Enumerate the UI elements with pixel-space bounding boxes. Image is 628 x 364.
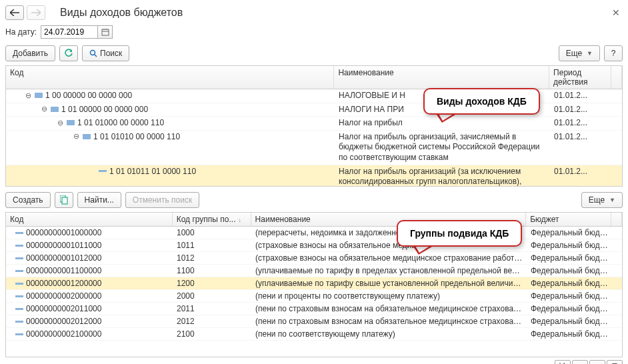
table-row[interactable]: 000000000011000001100(уплачиваемые по та… bbox=[6, 265, 622, 277]
row-period: 01.01.2... bbox=[550, 103, 612, 115]
svg-rect-0 bbox=[102, 29, 109, 35]
row-budget: Федеральный бюджет bbox=[527, 290, 612, 302]
row-name: (уплачиваемые по тарифу свыше установлен… bbox=[251, 277, 527, 289]
table-row[interactable]: 000000000010000001000(перерасчеты, недои… bbox=[6, 227, 622, 239]
help-button[interactable]: ? bbox=[604, 45, 623, 61]
find-button[interactable]: Найти... bbox=[77, 192, 121, 208]
top-grid: Код Наименование Период действия ⊖1 00 0… bbox=[5, 65, 623, 187]
more-button-top[interactable]: Еще▼ bbox=[559, 45, 600, 61]
table-row[interactable]: 000000000021000002100(пени по соответств… bbox=[6, 328, 622, 341]
row-group: 2100 bbox=[173, 328, 251, 340]
table-row[interactable]: 000000000010110001011(страховые взносы н… bbox=[6, 239, 622, 252]
row-code: 1 01 01011 01 0000 110 bbox=[109, 167, 196, 176]
folder-icon bbox=[83, 134, 91, 139]
tree-toggle-icon[interactable]: ⊖ bbox=[25, 92, 32, 99]
row-name: (пени и проценты по соответствующему пла… bbox=[251, 290, 527, 302]
row-name: (пени по страховым взносам на обязательн… bbox=[251, 303, 527, 315]
row-group: 1012 bbox=[173, 252, 251, 264]
row-name: (пени по соответствующему платежу) bbox=[251, 328, 527, 340]
row-code: 00000000001100000 bbox=[26, 266, 101, 275]
row-code: 00000000002012000 bbox=[26, 317, 101, 326]
more-button-bottom[interactable]: Еще▼ bbox=[581, 192, 623, 208]
table-row[interactable]: 000000000010120001012(страховые взносы н… bbox=[6, 252, 622, 265]
row-group: 1000 bbox=[173, 227, 251, 239]
tree-row[interactable]: ⊖1 01 01010 00 0000 110Налог на прибыль … bbox=[6, 131, 622, 165]
folder-icon bbox=[67, 120, 75, 125]
file-icon bbox=[15, 321, 23, 323]
refresh-button[interactable] bbox=[59, 45, 78, 61]
row-code: 1 01 01010 00 0000 110 bbox=[93, 132, 180, 141]
col-name[interactable]: Наименование bbox=[334, 66, 549, 89]
last-row-button[interactable] bbox=[607, 360, 623, 364]
tree-row[interactable]: ⊖1 01 01000 00 0000 110Налог на прибыл01… bbox=[6, 117, 622, 131]
table-row[interactable]: 000000000020000002000(пени и проценты по… bbox=[6, 290, 622, 303]
row-code: 1 01 01000 00 0000 110 bbox=[77, 118, 164, 127]
col-budget[interactable]: Бюджет bbox=[526, 213, 611, 226]
row-code: 00000000001200000 bbox=[26, 279, 101, 288]
date-label: На дату: bbox=[5, 27, 37, 37]
add-button[interactable]: Добавить bbox=[5, 45, 55, 61]
tree-toggle-icon[interactable]: ⊖ bbox=[57, 119, 64, 127]
nav-back-button[interactable] bbox=[5, 5, 24, 20]
svg-line-5 bbox=[95, 55, 97, 57]
nav-forward-button bbox=[27, 5, 45, 20]
bottom-grid: Код Код группы по...↓ Наименование Бюдже… bbox=[5, 212, 623, 357]
row-code: 00000000001011000 bbox=[26, 241, 101, 250]
close-icon[interactable]: ✕ bbox=[609, 7, 623, 18]
row-group: 2000 bbox=[173, 290, 251, 302]
scrollbar-header bbox=[611, 66, 622, 89]
row-name: Налог на прибыль организаций (за исключе… bbox=[335, 165, 550, 186]
scrollbar-header-b bbox=[611, 213, 622, 226]
svg-point-4 bbox=[91, 51, 95, 55]
create-button[interactable]: Создать bbox=[5, 192, 51, 208]
cancel-search-button: Отменить поиск bbox=[125, 192, 199, 208]
prev-row-button[interactable] bbox=[572, 360, 588, 364]
first-row-button[interactable] bbox=[555, 360, 571, 364]
table-row[interactable]: 000000000020110002011(пени по страховым … bbox=[6, 303, 622, 315]
callout-types: Виды доходов КДБ bbox=[423, 88, 540, 115]
tree-row[interactable]: 1 01 01011 01 0000 110Налог на прибыль о… bbox=[6, 165, 622, 186]
tree-toggle-icon[interactable]: ⊖ bbox=[73, 133, 80, 140]
callout-tail-icon bbox=[437, 115, 455, 123]
file-icon bbox=[15, 232, 23, 234]
row-code: 00000000002000000 bbox=[26, 291, 101, 301]
row-code: 00000000002100000 bbox=[26, 329, 101, 339]
tree-toggle-icon[interactable]: ⊖ bbox=[41, 105, 48, 113]
col-code[interactable]: Код bbox=[6, 66, 334, 89]
next-row-button[interactable] bbox=[589, 360, 605, 364]
row-code: 1 00 00000 00 0000 000 bbox=[45, 91, 132, 100]
file-icon bbox=[99, 170, 107, 172]
col-code-b[interactable]: Код bbox=[6, 213, 173, 226]
row-name: Налог на прибыль организаций, зачисляемы… bbox=[335, 131, 550, 165]
folder-icon bbox=[51, 107, 59, 112]
file-icon bbox=[15, 333, 23, 335]
svg-rect-7 bbox=[62, 197, 67, 204]
search-button[interactable]: Поиск bbox=[82, 45, 129, 61]
file-icon bbox=[15, 308, 23, 310]
row-period: 01.01.2... bbox=[550, 89, 612, 101]
row-budget: Федеральный бюджет bbox=[527, 265, 612, 277]
row-period: 01.01.2... bbox=[550, 131, 612, 143]
col-group[interactable]: Код группы по...↓ bbox=[173, 213, 251, 226]
table-row[interactable]: 000000000012000001200(уплачиваемые по та… bbox=[6, 277, 622, 290]
file-icon bbox=[15, 283, 23, 285]
callout-groups: Группы подвида КДБ bbox=[397, 220, 522, 247]
folder-icon bbox=[35, 93, 43, 98]
row-period: 01.01.2... bbox=[550, 165, 612, 177]
col-period[interactable]: Период действия bbox=[549, 66, 611, 89]
row-group: 2012 bbox=[173, 315, 251, 327]
date-input[interactable] bbox=[41, 25, 98, 39]
row-group: 1100 bbox=[173, 265, 251, 277]
file-icon bbox=[15, 245, 23, 247]
page-title: Виды доходов бюджетов bbox=[60, 7, 607, 19]
copy-button[interactable] bbox=[55, 192, 73, 208]
table-row[interactable]: 000000000020120002012(пени по страховым … bbox=[6, 315, 622, 328]
file-icon bbox=[15, 257, 23, 259]
callout-tail-icon bbox=[413, 247, 432, 255]
row-name: (пени по страховым взносам на обязательн… bbox=[251, 315, 527, 327]
row-budget: Федеральный бюджет bbox=[527, 252, 612, 264]
row-budget: Федеральный бюджет bbox=[527, 315, 612, 327]
date-picker-button[interactable] bbox=[98, 25, 113, 39]
row-name: (уплачиваемые по тарифу в пределах устан… bbox=[251, 265, 527, 277]
row-budget: Федеральный бюджет bbox=[527, 303, 612, 315]
